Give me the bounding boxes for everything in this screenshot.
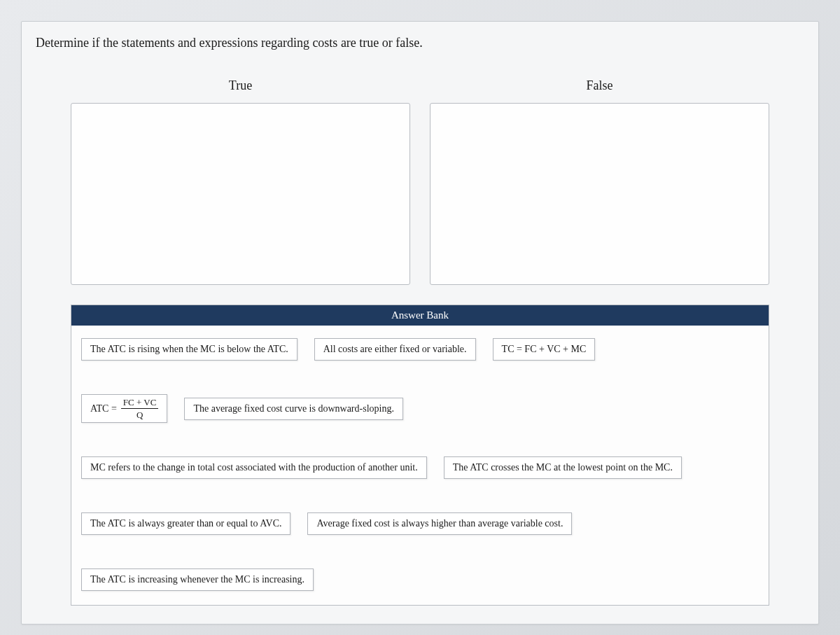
answer-tile[interactable]: The ATC is increasing whenever the MC is… <box>81 568 314 591</box>
question-container: Determine if the statements and expressi… <box>21 21 819 624</box>
true-column: True <box>71 78 410 285</box>
formula-denominator: Q <box>121 409 159 419</box>
dropzone-row: True False <box>36 78 804 285</box>
true-dropzone[interactable] <box>71 103 410 285</box>
answer-tile[interactable]: The ATC crosses the MC at the lowest poi… <box>444 456 682 479</box>
false-label: False <box>587 78 613 93</box>
answer-bank-header: Answer Bank <box>71 305 769 326</box>
answer-tile[interactable]: MC refers to the change in total cost as… <box>81 456 427 479</box>
answer-tile[interactable]: TC = FC + VC + MC <box>493 338 596 361</box>
answer-bank-body: The ATC is rising when the MC is below t… <box>71 326 769 605</box>
answer-tile[interactable]: The ATC is rising when the MC is below t… <box>81 338 298 361</box>
answer-tile[interactable]: The average fixed cost curve is downward… <box>184 398 403 420</box>
false-dropzone[interactable] <box>430 103 769 285</box>
formula-fraction: FC + VC Q <box>121 398 159 419</box>
false-column: False <box>430 78 769 285</box>
formula-numerator: FC + VC <box>121 398 159 409</box>
answer-bank: Answer Bank The ATC is rising when the M… <box>71 305 769 606</box>
formula-lhs: ATC = <box>90 403 117 414</box>
question-prompt: Determine if the statements and expressi… <box>36 34 804 52</box>
true-label: True <box>229 78 252 93</box>
answer-tile[interactable]: The ATC is always greater than or equal … <box>81 512 290 535</box>
answer-tile[interactable]: Average fixed cost is always higher than… <box>307 512 572 535</box>
answer-tile[interactable]: All costs are either fixed or variable. <box>314 338 476 361</box>
answer-tile-formula[interactable]: ATC = FC + VC Q <box>81 394 167 423</box>
